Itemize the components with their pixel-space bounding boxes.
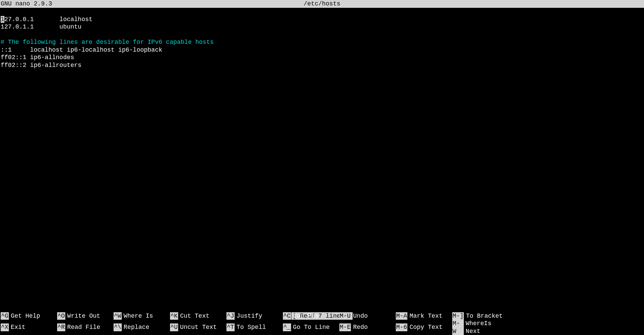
shortcut-key: M-W [452, 320, 464, 335]
shortcut-key: ^T [226, 323, 235, 331]
shortcut-help: ^GGet Help^OWrite Out^WWhere Is^KCut Tex… [0, 312, 644, 335]
shortcut-key: ^X [1, 323, 9, 331]
titlebar: GNU nano 2.9.3 /etc/hosts [0, 0, 644, 8]
editor-line[interactable]: # The following lines are desirable for … [1, 38, 643, 46]
shortcut-desc: To Spell [237, 323, 266, 331]
app-name: GNU nano 2.9.3 [1, 0, 52, 8]
shortcut-key: M-] [452, 312, 464, 320]
shortcut-item: ^JJustify [226, 312, 283, 320]
shortcut-item: ^TTo Spell [226, 320, 283, 335]
editor-area[interactable]: 127.0.0.1 localhost127.0.1.1 ubuntu# The… [0, 16, 644, 69]
editor-line[interactable]: ff02::2 ip6-allrouters [1, 61, 643, 69]
shortcut-item: M-WWhereIs Next [452, 320, 509, 335]
shortcut-desc: Uncut Text [180, 323, 217, 331]
shortcut-item: M-6Copy Text [396, 320, 452, 335]
shortcut-desc: Mark Text [409, 312, 442, 320]
editor-line[interactable]: ::1 localhost ip6-localhost ip6-loopback [1, 46, 643, 54]
shortcut-item: M-AMark Text [396, 312, 452, 320]
line-text: 27.0.0.1 localhost [4, 16, 92, 23]
shortcut-item: ^GGet Help [1, 312, 57, 320]
shortcut-desc: Cur Pos [293, 312, 319, 320]
shortcut-desc: Get Help [11, 312, 40, 320]
shortcut-desc: Read File [67, 323, 100, 331]
shortcut-key: ^R [57, 323, 65, 331]
shortcut-item: ^WWhere Is [114, 312, 170, 320]
shortcut-item: M-ERedo [339, 320, 396, 335]
shortcut-item: ^UUncut Text [170, 320, 226, 335]
shortcut-desc: Where Is [124, 312, 153, 320]
shortcut-desc: To Bracket [466, 312, 503, 320]
shortcut-desc: Redo [353, 323, 368, 331]
shortcut-item: ^OWrite Out [57, 312, 114, 320]
editor-line[interactable]: 127.0.0.1 localhost [1, 16, 643, 23]
shortcut-item: ^CCur Pos [283, 312, 339, 320]
shortcut-key: M-E [339, 323, 351, 331]
shortcut-item: M-UUndo [339, 312, 396, 320]
editor-line[interactable]: 127.0.1.1 ubuntu [1, 23, 643, 31]
shortcut-desc: Exit [11, 323, 26, 331]
shortcut-key: M-A [396, 312, 407, 320]
shortcut-desc: WhereIs Next [466, 320, 509, 335]
shortcut-key: M-U [339, 312, 351, 320]
shortcut-desc: Undo [353, 312, 368, 320]
shortcut-item: ^KCut Text [170, 312, 226, 320]
shortcut-key: M-6 [396, 323, 407, 331]
shortcut-item: ^XExit [1, 320, 57, 335]
shortcut-item: ^RRead File [57, 320, 114, 335]
shortcut-desc: Justify [237, 312, 262, 320]
editor-line[interactable] [1, 31, 643, 39]
cursor: 1 [1, 16, 4, 23]
shortcut-item: M-]To Bracket [452, 312, 509, 320]
shortcut-key: ^C [283, 312, 291, 320]
shortcut-desc: Write Out [67, 312, 100, 320]
shortcut-key: ^_ [283, 323, 291, 331]
shortcut-key: ^O [57, 312, 65, 320]
shortcut-key: ^G [1, 312, 9, 320]
shortcut-key: ^U [170, 323, 178, 331]
shortcut-desc: Cut Text [180, 312, 209, 320]
editor-line[interactable]: ff02::1 ip6-allnodes [1, 54, 643, 61]
shortcut-item: ^_Go To Line [283, 320, 339, 335]
shortcut-desc: Go To Line [293, 323, 330, 331]
shortcut-desc: Replace [124, 323, 150, 331]
shortcut-key: ^J [226, 312, 235, 320]
shortcut-key: ^W [114, 312, 122, 320]
shortcut-key: ^K [170, 312, 178, 320]
shortcut-item: ^\Replace [114, 320, 170, 335]
filename: /etc/hosts [304, 0, 340, 8]
shortcut-desc: Copy Text [409, 323, 442, 331]
shortcut-key: ^\ [114, 323, 122, 331]
